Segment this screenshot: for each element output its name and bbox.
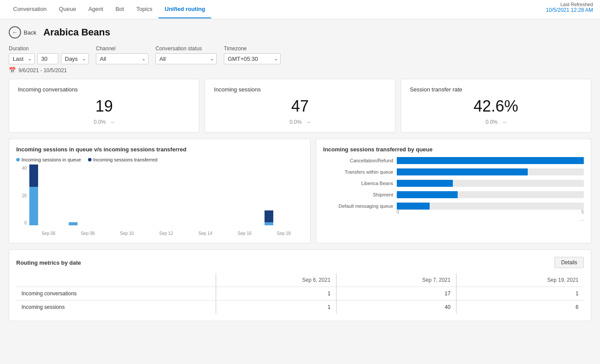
table-row: Incoming conversations1171 xyxy=(16,287,584,301)
left-chart-title: Incoming sessions in queue v/s incoming … xyxy=(16,146,303,153)
hbar-row: Shipment xyxy=(323,191,584,198)
back-circle-icon: ← xyxy=(9,26,21,38)
duration-filter: Duration Last Days xyxy=(9,46,89,64)
back-button[interactable]: ← Back xyxy=(9,26,36,38)
calendar-icon: 📅 xyxy=(9,67,16,74)
hbar-track xyxy=(397,180,584,187)
hbar-chart: Cancellation/Refund Transfers within que… xyxy=(323,157,584,210)
date-range: 📅 9/6/2021 - 10/5/2021 xyxy=(9,67,591,74)
duration-label: Duration xyxy=(9,46,89,52)
table-col-header: Sep 7, 2021 xyxy=(336,273,456,287)
table-cell: 1 xyxy=(216,287,336,301)
bar-empty xyxy=(226,224,234,225)
x-label: Sep 16 xyxy=(226,231,264,236)
x-label: Sep 12 xyxy=(147,231,186,236)
stacked-bar xyxy=(29,164,38,225)
duration-unit-wrap[interactable]: Days xyxy=(61,53,89,64)
x-axis: Sep 06Sep 08Sep 10Sep 12Sep 14Sep 16Sep … xyxy=(29,231,303,236)
hbar-fill xyxy=(397,180,453,187)
hbar-row: Default messaging queue xyxy=(323,203,584,210)
details-button[interactable]: Details xyxy=(554,257,584,268)
duration-number-input[interactable] xyxy=(37,53,58,64)
table-row-label: Incoming sessions xyxy=(16,301,216,314)
kpi-meta: 0.0% -- xyxy=(410,119,582,125)
conv-status-wrap[interactable]: All xyxy=(155,53,217,64)
kpi-pct: 0.0% xyxy=(486,119,498,125)
metrics-table: Sep 6, 2021Sep 7, 2021Sep 19, 2021Incomi… xyxy=(16,273,584,314)
hbar-row: Transfers within queue xyxy=(323,168,584,175)
left-chart-legend: Incoming sessions in queueIncoming sessi… xyxy=(16,157,303,162)
last-refreshed: Last Refreshed 10/5/2021 12:28 AM xyxy=(546,2,593,13)
nav-tab-topics[interactable]: Topics xyxy=(130,0,159,18)
hbar-label: Shipment xyxy=(323,192,393,197)
duration-unit-select[interactable]: Days xyxy=(61,53,89,64)
table-cell: 1 xyxy=(456,287,584,301)
channel-select[interactable]: All xyxy=(96,53,148,64)
nav-tabs: ConversationQueueAgentBotTopicsUnified r… xyxy=(7,0,211,18)
hbar-row: Cancellation/Refund xyxy=(323,157,584,164)
kpi-value: 19 xyxy=(18,97,190,116)
conv-status-label: Conversation status xyxy=(155,46,217,52)
channel-label: Channel xyxy=(96,46,148,52)
bar-group xyxy=(108,224,146,225)
kpi-trend: -- xyxy=(503,119,506,125)
kpi-row: Incoming conversations 19 0.0% -- Incomi… xyxy=(9,79,591,133)
table-cell: 17 xyxy=(336,287,456,301)
filters-row: Duration Last Days Channel All xyxy=(9,46,591,64)
hbar-track xyxy=(397,168,584,175)
kpi-label: Session transfer rate xyxy=(410,86,582,93)
timezone-filter: Timezone GMT+05:30 xyxy=(224,46,281,64)
table-section: Routing metrics by date Details Sep 6, 2… xyxy=(9,249,591,321)
table-row-label: Incoming conversations xyxy=(16,287,216,301)
duration-prefix-select[interactable]: Last xyxy=(9,53,35,64)
bar-empty xyxy=(108,224,116,225)
stacked-bar xyxy=(69,222,78,225)
table-header-row: Routing metrics by date Details xyxy=(16,257,584,268)
hbar-label: Default messaging queue xyxy=(323,203,393,209)
bar-group xyxy=(186,224,225,225)
hbar-label: Liberica Beans xyxy=(323,181,393,186)
top-nav: ConversationQueueAgentBotTopicsUnified r… xyxy=(0,0,600,19)
channel-wrap[interactable]: All xyxy=(96,53,148,64)
legend-label: Incoming sessions in queue xyxy=(21,157,81,162)
right-chart-title: Incoming sessions transferred by queue xyxy=(323,146,584,153)
nav-tab-agent[interactable]: Agent xyxy=(82,0,109,18)
bar-empty xyxy=(147,224,156,225)
hbar-track xyxy=(397,203,584,210)
kpi-trend: -- xyxy=(307,119,311,125)
y-label: 0 xyxy=(24,220,27,225)
date-range-value: 9/6/2021 - 10/5/2021 xyxy=(18,67,67,74)
hbar-label: Cancellation/Refund xyxy=(323,158,393,163)
conv-status-select[interactable]: All xyxy=(155,53,217,64)
table-col-header xyxy=(16,273,216,287)
hbar-x-0: 0 xyxy=(397,210,399,214)
table-cell: 6 xyxy=(456,301,584,314)
legend-dot xyxy=(88,158,92,161)
bar-group xyxy=(265,210,303,225)
bar-in-queue xyxy=(69,222,78,225)
bar-group xyxy=(69,222,107,225)
table-title: Routing metrics by date xyxy=(16,259,81,266)
main-content: ← Back Arabica Beans Duration Last Days xyxy=(0,19,600,364)
back-label: Back xyxy=(24,29,36,36)
legend-item: Incoming sessions in queue xyxy=(16,157,81,162)
kpi-pct: 0.0% xyxy=(289,119,301,125)
kpi-card: Session transfer rate 42.6% 0.0% -- xyxy=(401,79,591,133)
nav-tab-unified-routing[interactable]: Unified routing xyxy=(159,0,211,18)
chart-more[interactable]: ... xyxy=(323,216,584,221)
y-label: 40 xyxy=(22,166,27,171)
conv-status-filter: Conversation status All xyxy=(155,46,217,64)
hbar-fill xyxy=(397,157,584,164)
timezone-select[interactable]: GMT+05:30 xyxy=(224,53,281,64)
nav-tab-queue[interactable]: Queue xyxy=(53,0,82,18)
nav-tab-conversation[interactable]: Conversation xyxy=(7,0,53,18)
table-cell: 40 xyxy=(336,301,456,314)
timezone-wrap[interactable]: GMT+05:30 xyxy=(224,53,281,64)
nav-tab-bot[interactable]: Bot xyxy=(109,0,131,18)
hbar-track xyxy=(397,157,584,164)
x-label: Sep 08 xyxy=(69,231,107,236)
legend-label: Incoming sessions transferred xyxy=(93,157,158,162)
x-label: Sep 14 xyxy=(186,231,225,236)
y-axis: 40200 xyxy=(16,166,28,225)
duration-prefix-wrap[interactable]: Last xyxy=(9,53,35,64)
